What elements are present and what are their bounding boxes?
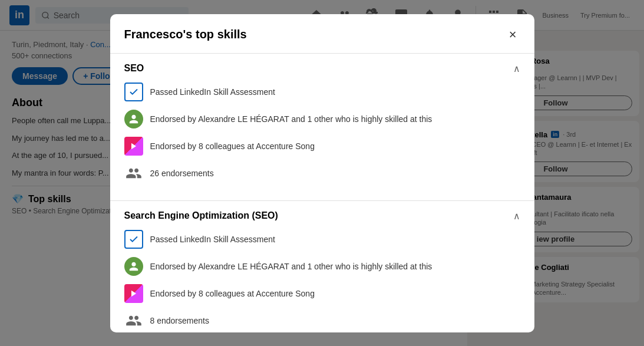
svg-marker-2 — [131, 143, 136, 149]
person-icon-seof-2 — [124, 257, 143, 276]
skill-item-seo-3: Endorsed by 8 colleagues at Accenture So… — [124, 137, 520, 156]
skill-item-seo-4: 26 endorsements — [124, 164, 520, 183]
skill-text-seof-3: Endorsed by 8 colleagues at Accenture So… — [150, 289, 315, 298]
skill-text-seo-1: Passed LinkedIn Skill Assessment — [150, 87, 275, 97]
check-icon-seof-1 — [124, 230, 143, 249]
skill-text-seo-2: Endorsed by Alexandre LE HÉGARAT and 1 o… — [150, 114, 432, 124]
modal-overlay[interactable]: Francesco's top skills × SEO ∧ Passed Li… — [0, 0, 644, 346]
skill-item-seo-2: Endorsed by Alexandre LE HÉGARAT and 1 o… — [124, 110, 520, 128]
chevron-up-seo-full[interactable]: ∧ — [513, 210, 520, 222]
skill-name-seo-full: Search Engine Optimization (SEO) — [124, 210, 278, 221]
skill-text-seo-3: Endorsed by 8 colleagues at Accenture So… — [150, 141, 315, 151]
svg-marker-3 — [131, 290, 136, 296]
skill-group-header-seo-full: Search Engine Optimization (SEO) ∧ — [124, 210, 520, 222]
skill-item-seof-4: 8 endorsements — [124, 311, 520, 330]
modal-close-button[interactable]: × — [506, 26, 520, 44]
company-icon-seo-3 — [124, 137, 143, 156]
person-icon-seo-2 — [124, 110, 143, 128]
modal-title: Francesco's top skills — [124, 28, 247, 41]
chevron-up-seo[interactable]: ∧ — [513, 63, 520, 74]
skill-item-seof-1: Passed LinkedIn Skill Assessment — [124, 230, 520, 249]
skill-group-seo-full: Search Engine Optimization (SEO) ∧ Passe… — [110, 201, 534, 332]
check-icon-seo-1 — [124, 83, 143, 101]
skill-text-seof-4: 8 endorsements — [150, 316, 209, 325]
people-icon-seo-4 — [124, 164, 143, 183]
skill-group-seo: SEO ∧ Passed LinkedIn Skill Assessment E… — [110, 54, 534, 201]
modal-body: SEO ∧ Passed LinkedIn Skill Assessment E… — [110, 54, 534, 332]
skill-item-seof-2: Endorsed by Alexandre LE HÉGARAT and 1 o… — [124, 257, 520, 276]
modal-header: Francesco's top skills × — [110, 14, 534, 54]
skill-group-header-seo: SEO ∧ — [124, 63, 520, 74]
skill-text-seo-4: 26 endorsements — [150, 169, 214, 178]
skills-modal: Francesco's top skills × SEO ∧ Passed Li… — [110, 14, 534, 332]
skill-text-seof-1: Passed LinkedIn Skill Assessment — [150, 235, 275, 244]
people-icon-seof-4 — [124, 311, 143, 330]
skill-item-seof-3: Endorsed by 8 colleagues at Accenture So… — [124, 284, 520, 303]
skill-name-seo: SEO — [124, 63, 144, 74]
company-icon-seof-3 — [124, 284, 143, 303]
skill-text-seof-2: Endorsed by Alexandre LE HÉGARAT and 1 o… — [150, 262, 432, 271]
skill-item-seo-1: Passed LinkedIn Skill Assessment — [124, 83, 520, 101]
